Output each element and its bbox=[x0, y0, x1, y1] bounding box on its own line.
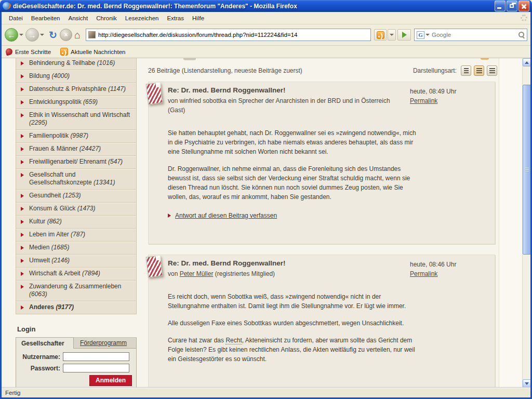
menu-chronik[interactable]: Chronik bbox=[92, 14, 121, 23]
post-byline: von Peter Müller (registriertes Mitglied… bbox=[168, 269, 394, 278]
back-history-dropdown-icon[interactable] bbox=[19, 34, 23, 36]
sidebar-item-frauen-maenner[interactable]: Frauen & Männer (24427) bbox=[16, 143, 136, 156]
forward-button[interactable]: → bbox=[25, 28, 39, 42]
url-input[interactable] bbox=[98, 32, 368, 38]
google-logo-icon: G bbox=[417, 31, 424, 39]
restore-icon bbox=[510, 4, 514, 8]
activity-gear-icon bbox=[521, 15, 527, 21]
post-count-info: 26 Beiträge (Listendarstellung, neueste … bbox=[148, 67, 302, 74]
sidebar-item-wirtschaft[interactable]: Wirtschaft & Arbeit (7894) bbox=[16, 268, 136, 281]
reply-row: Antwort auf diesen Beitrag verfassen bbox=[168, 212, 495, 219]
browser-window: dieGesellschafter.de: Dr. med. Bernd Rog… bbox=[0, 0, 532, 399]
bookmark-aktuelle-nachrichten[interactable]: Aktuelle Nachrichten bbox=[60, 48, 125, 56]
sidebar-item-leben-im-alter[interactable]: Leben im Alter (787) bbox=[16, 229, 136, 242]
bookmarks-toolbar: Erste Schritte Aktuelle Nachrichten bbox=[2, 46, 530, 58]
menu-ansicht[interactable]: Ansicht bbox=[64, 14, 92, 23]
triangle-bullet-icon bbox=[21, 134, 24, 138]
minimize-button[interactable] bbox=[495, 1, 506, 11]
window-border-left bbox=[0, 12, 2, 399]
permalink-link[interactable]: Permalink bbox=[410, 96, 437, 105]
reload-button[interactable]: ↻ bbox=[46, 28, 60, 42]
erste-schritte-icon bbox=[5, 48, 14, 56]
tab-gesellschafter[interactable]: Gesellschafter bbox=[16, 337, 74, 349]
sidebar-item-datenschutz[interactable]: Datenschutz & Privatsphäre (1147) bbox=[16, 83, 136, 96]
triangle-bullet-icon bbox=[21, 194, 24, 198]
post-paragraph: Sie hatten behauptet gehabt, nach Dr. Ro… bbox=[168, 128, 417, 156]
sidebar-item-ethik[interactable]: Ethik in Wissenschaft und Wirtschaft (22… bbox=[16, 109, 136, 130]
triangle-bullet-icon bbox=[21, 207, 24, 211]
username-field[interactable] bbox=[63, 352, 129, 361]
menu-extras[interactable]: Extras bbox=[163, 14, 188, 23]
menu-hilfe[interactable]: Hilfe bbox=[188, 14, 208, 23]
view-mode-list-button[interactable] bbox=[474, 65, 484, 76]
close-button[interactable] bbox=[518, 1, 529, 11]
search-icon[interactable] bbox=[518, 32, 525, 38]
triangle-bullet-icon bbox=[21, 259, 24, 263]
triangle-bullet-icon bbox=[21, 113, 24, 117]
triangle-bullet-icon bbox=[21, 246, 24, 250]
search-engine-dropdown-icon[interactable] bbox=[425, 34, 430, 36]
status-bar: Fertig bbox=[2, 388, 530, 397]
scrollbar-grip bbox=[525, 168, 529, 172]
search-input[interactable] bbox=[432, 32, 518, 38]
cutoff-element bbox=[183, 58, 196, 60]
triangle-bullet-icon bbox=[21, 87, 24, 91]
post-body: Es reicht doch, wenn Sobottka weiß, dass… bbox=[168, 292, 417, 364]
location-dropdown-button[interactable] bbox=[388, 29, 396, 41]
sidebar-item-gesundheit[interactable]: Gesundheit (1253) bbox=[16, 190, 136, 203]
sidebar-item-kultur[interactable]: Kultur (862) bbox=[16, 216, 136, 229]
view-mode-threaded-button[interactable] bbox=[461, 65, 471, 76]
triangle-bullet-icon bbox=[21, 285, 24, 289]
forum-post: Re: Dr. med. Bernd Roggenwallner! von wi… bbox=[148, 82, 495, 244]
stop-button[interactable]: × bbox=[60, 29, 72, 41]
menu-bar: Datei Bearbeiten Ansicht Chronik Lesezei… bbox=[2, 12, 530, 24]
home-button[interactable]: ⌂ bbox=[74, 29, 81, 41]
vertical-scrollbar[interactable] bbox=[522, 58, 530, 388]
sidebar-item-familienpolitik[interactable]: Familienpolitik (9987) bbox=[16, 130, 136, 143]
sidebar-item-umwelt[interactable]: Umwelt (2146) bbox=[16, 255, 136, 268]
triangle-bullet-icon bbox=[21, 173, 24, 177]
post-note-icon bbox=[146, 82, 163, 104]
password-field[interactable] bbox=[63, 364, 129, 373]
arrow-up-icon bbox=[525, 61, 529, 64]
sidebar-item-konsum[interactable]: Konsum & Glück (1473) bbox=[16, 203, 136, 216]
sidebar-item-zuwanderung[interactable]: Zuwanderung & Zusammenleben (6063) bbox=[16, 281, 136, 301]
sidebar-item-gesellschaft[interactable]: Gesellschaft und Gesellschaftskonzepte (… bbox=[16, 169, 136, 190]
post-paragraph: Dr. Roggenwallner, ich nehme einmal an, … bbox=[168, 164, 417, 202]
flat-view-icon bbox=[489, 68, 495, 73]
post-author-link[interactable]: Peter Müller bbox=[180, 270, 214, 277]
scrollbar-thumb[interactable] bbox=[523, 85, 531, 255]
sidebar-item-bildung[interactable]: Bildung (4000) bbox=[16, 70, 136, 83]
go-button[interactable] bbox=[397, 29, 411, 41]
triangle-bullet-icon bbox=[21, 160, 24, 164]
back-button[interactable]: ← bbox=[5, 28, 18, 42]
reply-link[interactable]: Antwort auf diesen Beitrag verfassen bbox=[175, 212, 277, 219]
permalink-link[interactable]: Permalink bbox=[410, 269, 437, 278]
forward-history-dropdown-icon[interactable] bbox=[40, 34, 44, 36]
sidebar-item-medien[interactable]: Medien (1685) bbox=[16, 242, 136, 255]
menu-datei[interactable]: Datei bbox=[5, 14, 27, 23]
sidebar-item-behinderung[interactable]: Behinderung & Teilhabe (1016) bbox=[16, 58, 136, 70]
triangle-bullet-icon bbox=[21, 272, 24, 276]
search-bar[interactable]: G bbox=[414, 29, 527, 41]
window-title: dieGesellschafter.de: Dr. med. Bernd Rog… bbox=[13, 3, 495, 10]
tab-foerderprogramm[interactable]: Förderprogramm bbox=[74, 337, 137, 349]
restore-button[interactable] bbox=[507, 1, 517, 11]
menu-lesezeichen[interactable]: Lesezeichen bbox=[121, 14, 163, 23]
location-bar[interactable] bbox=[86, 29, 371, 41]
scroll-up-button[interactable] bbox=[523, 58, 531, 66]
sidebar-item-freiwilligenarbeit[interactable]: Freiwilligenarbeit/ Ehrenamt (547) bbox=[16, 156, 136, 169]
glossary-term[interactable]: Recht bbox=[225, 337, 242, 344]
sidebar-item-anderes-active[interactable]: Anderes (9177) bbox=[16, 301, 136, 314]
bookmark-erste-schritte[interactable]: Erste Schritte bbox=[6, 48, 51, 55]
menu-bearbeiten[interactable]: Bearbeiten bbox=[27, 14, 64, 23]
post-time: heute, 08:49 Uhr bbox=[410, 87, 456, 96]
scroll-down-button[interactable] bbox=[523, 379, 531, 388]
view-mode-flat-button[interactable] bbox=[487, 65, 497, 76]
sidebar-item-entwicklungspolitik[interactable]: Entwicklungspolitik (659) bbox=[16, 96, 136, 109]
page-right-gutter bbox=[499, 58, 522, 388]
login-submit-button[interactable]: Anmelden bbox=[89, 375, 132, 386]
triangle-bullet-icon bbox=[21, 147, 24, 151]
post-time: heute, 08:46 Uhr bbox=[410, 260, 456, 269]
feed-button[interactable] bbox=[374, 29, 387, 41]
